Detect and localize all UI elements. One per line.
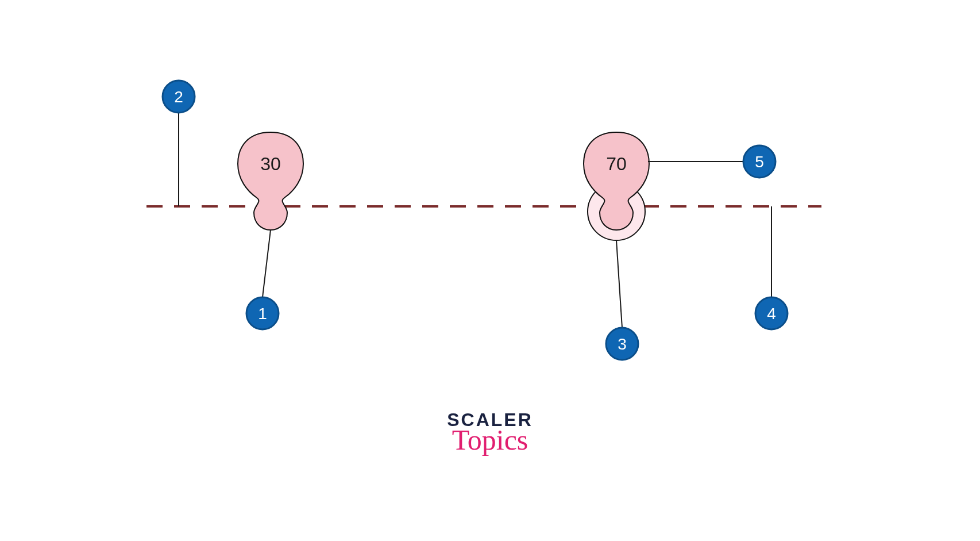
blob-30: 30 (238, 132, 303, 230)
connector-node-3 (616, 240, 622, 328)
blob-70: 70 (584, 132, 649, 240)
node-5-label: 5 (755, 153, 764, 171)
blob-30-label: 30 (260, 154, 281, 174)
node-4-label: 4 (767, 305, 776, 323)
node-3-label: 3 (618, 335, 627, 353)
brand-logo: SCALER Topics (447, 410, 533, 454)
node-2: 2 (163, 80, 195, 113)
node-5: 5 (743, 145, 775, 178)
node-1: 1 (246, 297, 279, 329)
brand-logo-bottom: Topics (447, 425, 533, 454)
diagram-svg: 30 70 2 1 5 3 (0, 0, 980, 541)
blob-30-shape (238, 132, 303, 230)
connector-node-1 (263, 230, 271, 297)
diagram-canvas: 30 70 2 1 5 3 (0, 0, 980, 541)
node-1-label: 1 (258, 305, 267, 323)
node-3: 3 (606, 328, 638, 360)
blob-70-label: 70 (606, 154, 627, 174)
node-4: 4 (755, 297, 788, 329)
node-2-label: 2 (174, 88, 183, 106)
